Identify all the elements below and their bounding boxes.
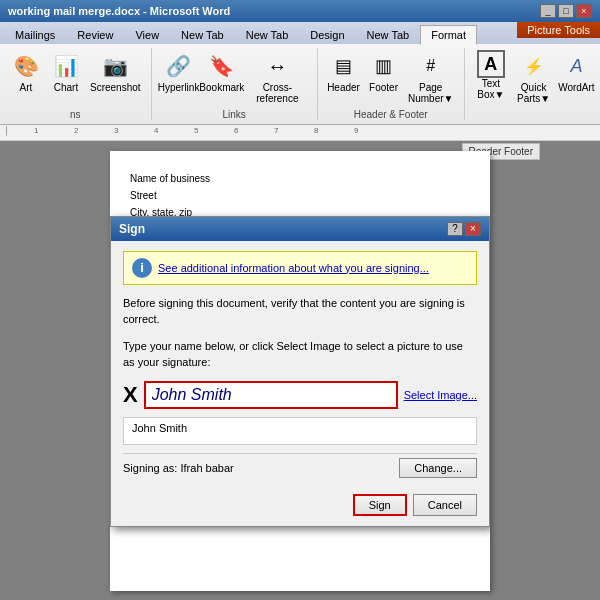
ruler: │ 1 2 3 4 5 6 7 8 9 <box>0 125 600 141</box>
ribbon-item-crossref[interactable]: ↔ Cross-reference <box>246 48 308 106</box>
document-page: Name of business Street City, state, zip… <box>110 151 490 591</box>
minimize-button[interactable]: _ <box>540 4 556 18</box>
dialog-instruction2: Type your name below, or click Select Im… <box>123 338 477 371</box>
dialog-help-button[interactable]: ? <box>447 222 463 236</box>
ribbon-item-art[interactable]: 🎨 Art <box>8 48 44 95</box>
dialog-close-button[interactable]: × <box>465 222 481 236</box>
ribbon-item-screenshot[interactable]: 📷 Screenshot <box>88 48 143 95</box>
signing-as-row: Signing as: Ifrah babar Change... <box>123 453 477 478</box>
tab-design[interactable]: Design <box>299 24 355 44</box>
ribbon-group-text-items: A Text Box▼ ⚡ Quick Parts▼ A WordArt A D… <box>473 48 600 120</box>
tab-newtab1[interactable]: New Tab <box>170 24 235 44</box>
bookmark-icon: 🔖 <box>206 50 238 82</box>
dialog-info-bar: i See additional information about what … <box>123 251 477 285</box>
ribbon-item-pagenumber[interactable]: # Page Number▼ <box>406 48 456 106</box>
dialog-content: i See additional information about what … <box>111 241 489 526</box>
tab-review[interactable]: Review <box>66 24 124 44</box>
textbox-icon: A <box>477 50 505 78</box>
chart-icon: 📊 <box>50 50 82 82</box>
crossref-icon: ↔ <box>261 50 293 82</box>
sign-dialog: Sign ? × i See additional information ab… <box>110 216 490 527</box>
tab-view[interactable]: View <box>124 24 170 44</box>
ribbon-item-quickparts[interactable]: ⚡ Quick Parts▼ <box>513 48 555 106</box>
ribbon-item-footer[interactable]: ▥ Footer <box>366 48 402 95</box>
info-icon: i <box>132 258 152 278</box>
ruler-marks: │ 1 2 3 4 5 6 7 8 9 <box>4 126 596 140</box>
ribbon-tabs: Mailings Review View New Tab New Tab Des… <box>0 22 600 44</box>
tab-mailings[interactable]: Mailings <box>4 24 66 44</box>
ribbon-group-label-links: Links <box>222 109 245 120</box>
ribbon-group-links: 🔗 Hyperlink 🔖 Bookmark ↔ Cross-reference… <box>160 48 318 120</box>
dialog-titlebar: Sign ? × <box>111 217 489 241</box>
ribbon-item-bookmark[interactable]: 🔖 Bookmark <box>202 48 243 95</box>
close-button[interactable]: × <box>576 4 592 18</box>
art-icon: 🎨 <box>10 50 42 82</box>
dialog-controls: ? × <box>447 222 481 236</box>
maximize-button[interactable]: □ <box>558 4 574 18</box>
picture-tools-tab[interactable]: Picture Tools <box>517 22 600 38</box>
quickparts-icon: ⚡ <box>518 50 550 82</box>
screenshot-icon: 📷 <box>99 50 131 82</box>
title-bar: working mail merge.docx - Microsoft Word… <box>0 0 600 22</box>
cancel-button[interactable]: Cancel <box>413 494 477 516</box>
ribbon-item-chart[interactable]: 📊 Chart <box>48 48 84 95</box>
ribbon-group-art: 🎨 Art 📊 Chart 📷 Screenshot ns <box>8 48 152 120</box>
footer-icon: ▥ <box>368 50 400 82</box>
change-button[interactable]: Change... <box>399 458 477 478</box>
sign-button[interactable]: Sign <box>353 494 407 516</box>
dialog-instruction1: Before signing this document, verify tha… <box>123 295 477 328</box>
ribbon-group-headerfooter: ▤ Header ▥ Footer # Page Number▼ Header … <box>326 48 465 120</box>
hyperlink-icon: 🔗 <box>163 50 195 82</box>
dialog-overlay: Sign ? × i See additional information ab… <box>110 151 490 591</box>
pagenumber-icon: # <box>415 50 447 82</box>
title-bar-text: working mail merge.docx - Microsoft Word <box>8 5 230 17</box>
signature-x-label: X <box>123 382 138 408</box>
header-icon: ▤ <box>328 50 360 82</box>
tab-format[interactable]: Format <box>420 25 477 45</box>
ribbon-tabs-container: Mailings Review View New Tab New Tab Des… <box>0 22 600 44</box>
ribbon-item-wordart[interactable]: A WordArt <box>558 48 594 95</box>
ribbon-group-label-hf: Header & Footer <box>354 109 428 120</box>
tab-newtab2[interactable]: New Tab <box>235 24 300 44</box>
ribbon-item-header[interactable]: ▤ Header <box>326 48 362 95</box>
ribbon-group-text: A Text Box▼ ⚡ Quick Parts▼ A WordArt A D… <box>473 48 600 120</box>
info-link[interactable]: See additional information about what yo… <box>158 262 429 274</box>
ribbon-group-links-items: 🔗 Hyperlink 🔖 Bookmark ↔ Cross-reference <box>160 48 309 107</box>
ribbon: 🎨 Art 📊 Chart 📷 Screenshot ns 🔗 Hype <box>0 44 600 125</box>
ribbon-group-label-ns: ns <box>70 109 81 120</box>
ribbon-group-hf-items: ▤ Header ▥ Footer # Page Number▼ <box>326 48 456 107</box>
ribbon-item-textbox[interactable]: A Text Box▼ <box>473 48 509 102</box>
wordart-icon: A <box>560 50 592 82</box>
signature-preview: John Smith <box>123 417 477 445</box>
tab-newtab3[interactable]: New Tab <box>356 24 421 44</box>
dialog-title: Sign <box>119 222 145 236</box>
ribbon-group-art-items: 🎨 Art 📊 Chart 📷 Screenshot <box>8 48 143 107</box>
dialog-buttons: Sign Cancel <box>123 488 477 516</box>
title-bar-controls: _ □ × <box>540 4 592 18</box>
ribbon-content: 🎨 Art 📊 Chart 📷 Screenshot ns 🔗 Hype <box>0 44 600 124</box>
document-area: Reader Footer Name of business Street Ci… <box>0 141 600 600</box>
signature-input[interactable] <box>144 381 398 409</box>
signature-row: X Select Image... <box>123 381 477 409</box>
signing-as-text: Signing as: Ifrah babar <box>123 462 234 474</box>
ribbon-item-hyperlink[interactable]: 🔗 Hyperlink <box>160 48 198 95</box>
select-image-link[interactable]: Select Image... <box>404 389 477 401</box>
